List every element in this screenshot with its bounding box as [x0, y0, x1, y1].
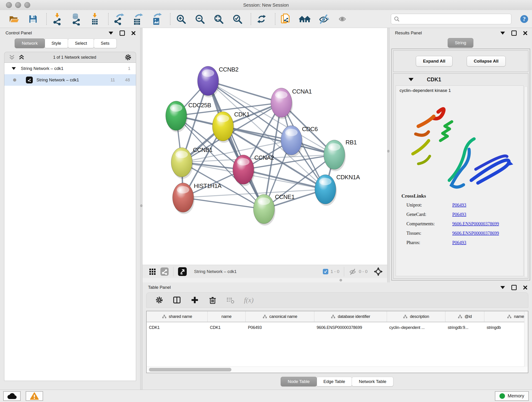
show-all-button[interactable]: [336, 12, 349, 26]
cell-id[interactable]: stringdb:9...: [445, 325, 484, 330]
tab-style[interactable]: Style: [44, 38, 68, 48]
save-session-button[interactable]: [27, 12, 39, 26]
right-splitter[interactable]: [387, 28, 389, 282]
crosslink-link[interactable]: P06493: [452, 202, 466, 208]
cell-database-identifier[interactable]: 9606.ENSP00000378699: [314, 325, 387, 330]
node-HIST1H1A[interactable]: HIST1H1A: [172, 182, 222, 214]
zoom-selected-button[interactable]: [231, 12, 244, 26]
column-header-shared-name[interactable]: shared name: [147, 311, 208, 322]
right-splitter-handle[interactable]: [387, 150, 390, 153]
panel-float-icon[interactable]: [511, 31, 517, 36]
table-horizontal-scrollbar[interactable]: [147, 366, 528, 373]
table-vertical-scrollbar[interactable]: [524, 311, 528, 367]
expand-all-button[interactable]: Expand All: [416, 56, 452, 66]
tab-node-table[interactable]: Node Table: [281, 377, 317, 386]
network-collection-row[interactable]: String Network – cdk1 1: [4, 63, 136, 74]
section-collapse-icon[interactable]: [409, 78, 413, 81]
tab-select[interactable]: Select: [68, 38, 94, 48]
network-share-toggle-icon[interactable]: [160, 268, 169, 276]
delete-table-icon[interactable]: [226, 296, 235, 304]
protein-section-header[interactable]: CDK1: [393, 74, 528, 85]
node-CDK1[interactable]: CDK1: [212, 111, 249, 143]
open-session-button[interactable]: [8, 12, 21, 26]
import-network-database-button[interactable]: [70, 12, 82, 26]
zoom-out-button[interactable]: [193, 12, 206, 26]
export-network-button[interactable]: [113, 12, 126, 26]
open-external-icon[interactable]: [178, 267, 187, 276]
birdseye-grid-icon[interactable]: [148, 268, 157, 276]
node-CDC25B[interactable]: CDC25B: [166, 101, 211, 132]
node-CCNA1[interactable]: CCNA1: [271, 88, 312, 119]
cell-name[interactable]: CDK1: [208, 325, 246, 330]
edge-CCNA2-CDKN1A[interactable]: [243, 170, 325, 189]
network-graph[interactable]: CCNB2CCNA1CDC25BCDK1CDC6RB1CCNB1CCNA2CDK…: [143, 28, 387, 265]
horizontal-splitter-handle[interactable]: [340, 279, 342, 281]
selected-checkbox[interactable]: [323, 269, 328, 274]
panel-menu-icon[interactable]: [109, 32, 113, 35]
export-table-button[interactable]: [132, 12, 144, 26]
zoom-fit-button[interactable]: [212, 12, 225, 26]
crosslink-link[interactable]: 9606.ENSP00000378699: [452, 230, 499, 236]
first-neighbors-button[interactable]: [298, 12, 311, 26]
center-view-crosshair-icon[interactable]: [374, 267, 383, 276]
panel-float-icon[interactable]: [511, 285, 517, 290]
export-image-button[interactable]: [150, 12, 163, 26]
search-field[interactable]: [391, 14, 511, 24]
import-network-file-button[interactable]: [51, 12, 64, 26]
tab-string[interactable]: String: [448, 38, 473, 48]
column-header-canonical-name[interactable]: canonical name: [246, 311, 314, 322]
panel-close-icon[interactable]: [523, 285, 527, 290]
node-CDC6[interactable]: CDC6: [281, 126, 318, 157]
network-canvas[interactable]: CCNB2CCNA1CDC25BCDK1CDC6RB1CCNB1CCNA2CDK…: [143, 28, 387, 265]
window-close-button[interactable]: [6, 2, 12, 8]
results-scrollbar[interactable]: [525, 86, 527, 277]
scrollbar-thumb[interactable]: [149, 368, 231, 371]
help-button[interactable]: ?: [518, 12, 531, 26]
left-splitter-handle[interactable]: [140, 204, 143, 207]
tab-sets[interactable]: Sets: [94, 38, 117, 48]
collapse-all-networks-icon[interactable]: [8, 54, 15, 60]
collapse-all-button[interactable]: Collapse All: [467, 56, 506, 66]
left-splitter[interactable]: [140, 28, 143, 390]
collection-expand-icon[interactable]: [12, 67, 16, 70]
cell-shared-name[interactable]: CDK1: [147, 325, 208, 330]
search-input[interactable]: [402, 16, 508, 22]
cell-namespace[interactable]: stringdb: [484, 325, 528, 330]
panel-close-icon[interactable]: [523, 31, 527, 35]
crosslink-link[interactable]: P06493: [452, 212, 466, 217]
crosslink-link[interactable]: 9606.ENSP00000378699: [452, 221, 499, 226]
column-header-namespace[interactable]: namespace: [484, 311, 528, 322]
panel-menu-icon[interactable]: [500, 32, 505, 35]
node-CCNB1[interactable]: CCNB1: [171, 147, 213, 179]
hide-selected-button[interactable]: [317, 12, 330, 26]
panel-close-icon[interactable]: [131, 31, 136, 35]
add-column-icon[interactable]: [190, 296, 199, 304]
window-minimize-button[interactable]: [15, 2, 21, 8]
function-builder-icon[interactable]: f(x): [244, 296, 254, 304]
crosslink-link[interactable]: P06493: [452, 240, 466, 245]
node-CDKN1A[interactable]: CDKN1A: [315, 174, 360, 206]
column-header-id[interactable]: @id: [445, 311, 484, 322]
column-header-description[interactable]: description: [387, 311, 445, 322]
column-header-database-identifier[interactable]: database identifier: [314, 311, 387, 322]
window-zoom-button[interactable]: [24, 2, 30, 8]
zoom-in-button[interactable]: [175, 12, 187, 26]
hidden-eye-slash-icon[interactable]: [349, 268, 356, 275]
column-header-name[interactable]: name: [208, 311, 246, 322]
expand-all-networks-icon[interactable]: [18, 54, 25, 60]
tab-network[interactable]: Network: [15, 38, 45, 48]
tab-network-table[interactable]: Network Table: [352, 377, 393, 386]
table-row[interactable]: CDK1CDK1P064939606.ENSP00000378699cyclin…: [147, 322, 528, 333]
tab-edge-table[interactable]: Edge Table: [317, 377, 352, 386]
panel-float-icon[interactable]: [120, 31, 125, 36]
cell-canonical-name[interactable]: P06493: [246, 325, 314, 330]
apply-layout-button[interactable]: [255, 12, 268, 26]
edge-HIST1H1A-CCNE1[interactable]: [183, 198, 264, 209]
node-RB1[interactable]: RB1: [324, 139, 357, 171]
horizontal-splitter[interactable]: [143, 278, 387, 282]
network-row-selected[interactable]: String Network – cdk1 11 48: [4, 74, 136, 86]
network-options-gear-icon[interactable]: [124, 54, 132, 61]
table-options-gear-icon[interactable]: [155, 296, 163, 304]
warnings-button[interactable]: [26, 391, 43, 401]
new-network-from-selection-button[interactable]: [279, 12, 292, 26]
